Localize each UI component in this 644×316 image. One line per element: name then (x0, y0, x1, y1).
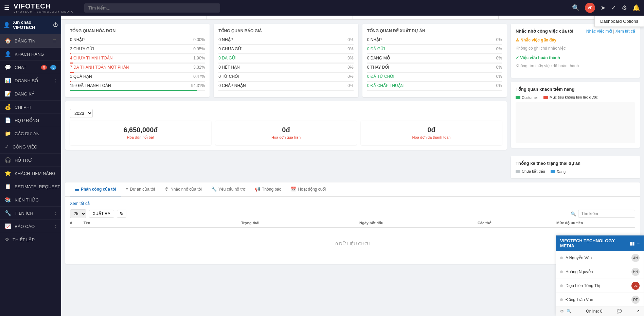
chevron-right-icon-2: 〉 (55, 211, 56, 215)
sidebar-item-cac-du-an[interactable]: 📁 CÁC DỰ ÁN (0, 127, 61, 140)
ps-label-in-progress: Đang (557, 170, 566, 174)
bell-icon[interactable]: 🔔 (632, 4, 640, 12)
export-button[interactable]: XUẤT RA (89, 210, 114, 218)
see-all-link[interactable]: Xem tất cả (70, 201, 90, 206)
year-select[interactable]: 2023 (70, 109, 93, 118)
tab-nhac-nho[interactable]: ⏱ Nhắc nhở của tôi (160, 182, 207, 196)
q-item-1: 0 CHƯA GỬI 0% (218, 47, 353, 51)
bottom-panel: ▬ Phân công của tôi ≡ Dự án của tôi ⏱ Nh… (65, 182, 640, 264)
tab-yeu-cau[interactable]: 🔧 Yêu cầu hỗ trợ (207, 182, 250, 196)
inv-item-1: 2 CHƯA GỬI 0.95% (70, 47, 205, 51)
p-label-5: 0 ĐÃ CHẤP THUẬN (367, 83, 484, 88)
sidebar: 👤 Xin chào VIFOTECH ⏻ 🏠 BẢNG TIN ☰ 👤 KHÁ… (0, 16, 61, 268)
p-item-0: 0 NHẬP 0% (367, 37, 502, 42)
summary-label-0: Hóa đơn nổi bật (75, 135, 206, 140)
chat-badge-1: 0 (41, 65, 47, 70)
sidebar-item-khach-hang[interactable]: 👤 KHÁCH HÀNG (0, 48, 61, 61)
p-label-3: 0 THAY ĐỔI (367, 65, 484, 70)
sidebar-item-bang-tin[interactable]: 🏠 BẢNG TIN ☰ (0, 34, 61, 48)
task-all-link[interactable]: Xem tất cả (615, 29, 635, 34)
th-name: Tên (84, 221, 241, 225)
p-item-5: 0 ĐÃ CHẤP THUẬN 0% (367, 83, 502, 88)
sidebar-item-dang-ky[interactable]: 📝 ĐĂNG KÝ (0, 87, 61, 101)
tasks-icon: ✓ (5, 144, 9, 150)
sidebar-username: Xin chào VIFOTECH (13, 20, 50, 30)
p-item-2: 0 ĐANG MỞ 0% (367, 56, 502, 60)
sidebar-item-ho-tro[interactable]: 🎧 HỖ TRỢ (0, 154, 61, 167)
minimize-icon[interactable]: – (637, 241, 640, 246)
prospect-chart (516, 102, 635, 143)
th-hash: # (70, 221, 84, 225)
inv-pct-4: 0.47% (190, 74, 205, 79)
q-item-4: 0 TỪ CHỐI 0% (218, 74, 353, 79)
proposal-overview-title: TỔNG QUAN ĐỀ XUẤT DỰ ÁN (367, 29, 502, 33)
project-status-panel: Thống kê theo trạng thái dự án Chưa bắt … (511, 156, 640, 178)
search-icon[interactable]: 🔍 (572, 4, 579, 12)
content-left: TỔNG QUAN HÓA ĐƠN 0 NHẬP 0.00% 2 CHƯA GỬ… (65, 24, 507, 178)
user-avatar-1: HN (631, 268, 640, 268)
sidebar-item-estimate-request[interactable]: 📋 ESTIMATE_REQUEST (0, 180, 61, 193)
inv-item-0: 0 NHẬP 0.00% (70, 37, 205, 42)
tab-hoat-dong[interactable]: 📅 Hoạt động cuối (286, 182, 330, 196)
ps-legend-not-started: Chưa bắt đầu (516, 169, 545, 174)
p-label-2: 0 ĐANG MỞ (367, 56, 484, 60)
tab-thong-bao[interactable]: 📢 Thông báo (250, 182, 286, 196)
th-tags: Các thẻ (478, 221, 556, 225)
sidebar-item-thiet-lap[interactable]: ⚙ THIẾT LẬP (0, 233, 61, 246)
share-icon[interactable]: ➤ (601, 4, 606, 12)
legend-item-customer: Customer (516, 95, 538, 100)
sidebar-item-cong-viec[interactable]: ✓ CÔNG VIỆC (0, 140, 61, 154)
menu-hamburger[interactable]: ☰ (4, 4, 10, 12)
search-input[interactable] (84, 3, 220, 13)
sidebar-item-chat[interactable]: 💬 CHAT 0 0 (0, 61, 61, 74)
overview-row: TỔNG QUAN HÓA ĐƠN 0 NHẬP 0.00% 2 CHƯA GỬ… (65, 24, 507, 97)
content-right: Nhắc nhở công việc của tôi Nhắc việc mới… (511, 24, 640, 178)
power-icon[interactable]: ⏻ (53, 22, 58, 28)
summary-card-2: 0đ Hóa đơn đã thanh toán (361, 121, 502, 145)
logo-text: VIFOTECH (14, 2, 73, 10)
no-data-message: 0 DỮ LIỆU CHƠI (70, 228, 635, 260)
summary-card-1: 0đ Hóa đơn quá hạn (215, 121, 357, 145)
gear-icon: ⚙ (5, 236, 9, 243)
content-area: TỔNG QUAN HÓA ĐƠN 0 NHẬP 0.00% 2 CHƯA GỬ… (61, 20, 644, 182)
refresh-button[interactable]: ↻ (117, 210, 126, 218)
inv-label-1: 2 CHƯA GỬI (70, 47, 187, 51)
user-avatar-0: AN (631, 254, 640, 262)
table-search-input[interactable] (578, 210, 635, 218)
summary-label-1: Hóa đơn quá hạn (221, 135, 351, 140)
check-icon[interactable]: ✓ (611, 4, 616, 12)
proposal-overview-panel: TỔNG QUAN ĐỀ XUẤT DỰ ÁN 0 NHẬP 0% 0 ĐÃ G… (362, 24, 507, 97)
user-name-0: A Nguyễn Văn (566, 256, 629, 260)
sidebar-drag: ☰ (53, 39, 56, 43)
task-done-section: ✓ Việc vừa hoàn thành Không tìm thấy việ… (516, 55, 635, 70)
tabs-row: ▬ Phân công của tôi ≡ Dự án của tôi ⏱ Nh… (65, 182, 640, 197)
task-new-link[interactable]: Nhắc việc mới (586, 29, 612, 34)
search-icon-2[interactable]: 🔍 (571, 211, 576, 216)
columns-icon[interactable]: ▮▮ (630, 241, 634, 246)
dashboard-options[interactable]: Dashboard Options (594, 16, 644, 27)
tab-du-an[interactable]: ≡ Dự án của tôi (121, 182, 160, 196)
inv-item-2: 4 CHƯA THANH TOÁN 1.90% (70, 56, 205, 60)
sidebar-item-kien-thuc[interactable]: 📚 KIẾN THỨC (0, 193, 61, 207)
tab-label-nhac-nho: Nhắc nhở của tôi (171, 187, 202, 192)
sidebar-item-khach-tiem-nang[interactable]: ⭐ KHÁCH TIỀM NĂNG (0, 167, 61, 180)
knowledge-icon: 📚 (5, 197, 11, 203)
sidebar-item-chi-phi[interactable]: 💰 CHI PHÍ (0, 101, 61, 114)
sidebar-item-bao-cao[interactable]: 📈 BÁO CÁO 〉 (0, 220, 61, 233)
sidebar-item-doanh-so[interactable]: 📊 DOANH SỐ 〉 (0, 74, 61, 87)
quote-overview-title: TỔNG QUAN BÁO GIÁ (218, 29, 353, 33)
top-nav: ☰ VIFOTECH VIFOTECH TECHNOLOGY MEDIA 🔍 V… (0, 0, 644, 16)
p-pct-3: 0% (487, 65, 502, 70)
th-status: Trạng thái (241, 221, 359, 225)
avatar[interactable]: VF (585, 3, 595, 13)
sidebar-item-hop-dong[interactable]: 📄 HỢP ĐỒNG (0, 114, 61, 127)
main-content: ✎ HÓA ĐƠN ĐANG CHỜ THANH TOÁN 12 / 211 🎯… (61, 0, 644, 268)
online-user-0: A Nguyễn Văn AN (556, 251, 644, 265)
settings-icon[interactable]: ⚙ (622, 4, 627, 12)
chevron-right-icon: 〉 (55, 78, 56, 83)
tab-phan-cong[interactable]: ▬ Phân công của tôi (70, 182, 121, 196)
sidebar-item-tien-ich[interactable]: 🔧 TIỆN ÍCH 〉 (0, 207, 61, 220)
online-panel: VIFOTECH TECHNOLOGY MEDIA ▮▮ – A Nguyễn … (556, 235, 644, 268)
prospect-title: Tổng quan khách tiềm năng (516, 87, 574, 92)
page-size-select[interactable]: 25 (70, 209, 86, 218)
